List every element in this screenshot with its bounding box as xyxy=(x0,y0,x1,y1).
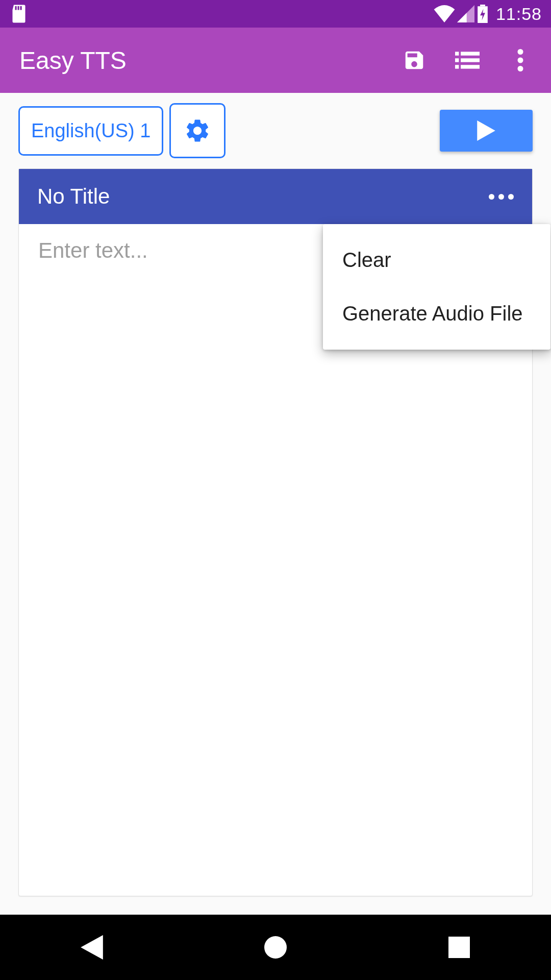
dots-icon xyxy=(489,194,494,200)
card-header: No Title xyxy=(19,169,532,224)
text-card: No Title Enter text... Clear Generate Au… xyxy=(18,168,533,896)
svg-rect-3 xyxy=(480,5,485,6)
svg-rect-5 xyxy=(455,52,459,55)
app-bar: Easy TTS xyxy=(0,28,551,93)
play-button[interactable] xyxy=(440,110,533,152)
card-title: No Title xyxy=(37,184,110,209)
play-icon xyxy=(477,120,495,141)
svg-rect-10 xyxy=(461,65,480,68)
svg-rect-1 xyxy=(18,6,19,10)
svg-rect-6 xyxy=(461,52,480,55)
app-bar-actions xyxy=(402,48,533,72)
language-label: English(US) 1 xyxy=(31,120,151,141)
toolbar: English(US) 1 xyxy=(0,93,551,168)
save-button[interactable] xyxy=(402,48,427,72)
svg-point-12 xyxy=(518,58,523,63)
signal-icon xyxy=(457,5,474,22)
language-selector[interactable]: English(US) 1 xyxy=(18,106,163,156)
status-right: 11:58 xyxy=(434,4,542,24)
gear-icon xyxy=(184,117,211,144)
svg-rect-15 xyxy=(448,937,470,958)
wifi-icon xyxy=(434,5,455,22)
card-popup-menu: Clear Generate Audio File xyxy=(323,224,550,350)
svg-rect-9 xyxy=(455,65,459,68)
status-time: 11:58 xyxy=(496,4,542,24)
svg-rect-7 xyxy=(455,58,459,62)
status-left xyxy=(11,5,27,23)
nav-home-button[interactable] xyxy=(261,933,290,962)
popup-item-generate-audio[interactable]: Generate Audio File xyxy=(323,287,550,340)
app-title: Easy TTS xyxy=(19,46,402,75)
svg-point-11 xyxy=(518,49,523,55)
overflow-menu-button[interactable] xyxy=(508,48,533,72)
nav-back-button[interactable] xyxy=(78,933,106,962)
svg-rect-8 xyxy=(461,58,480,62)
card-menu-button[interactable] xyxy=(489,194,514,200)
svg-point-13 xyxy=(518,66,523,71)
list-button[interactable] xyxy=(455,48,480,72)
sd-card-icon xyxy=(11,5,27,23)
svg-point-14 xyxy=(264,936,287,959)
nav-recent-button[interactable] xyxy=(445,933,473,962)
popup-item-clear[interactable]: Clear xyxy=(323,233,550,287)
nav-bar xyxy=(0,915,551,980)
battery-charging-icon xyxy=(477,5,489,23)
settings-button[interactable] xyxy=(169,103,226,158)
svg-rect-2 xyxy=(20,6,22,10)
status-bar: 11:58 xyxy=(0,0,551,28)
svg-rect-0 xyxy=(15,6,17,10)
